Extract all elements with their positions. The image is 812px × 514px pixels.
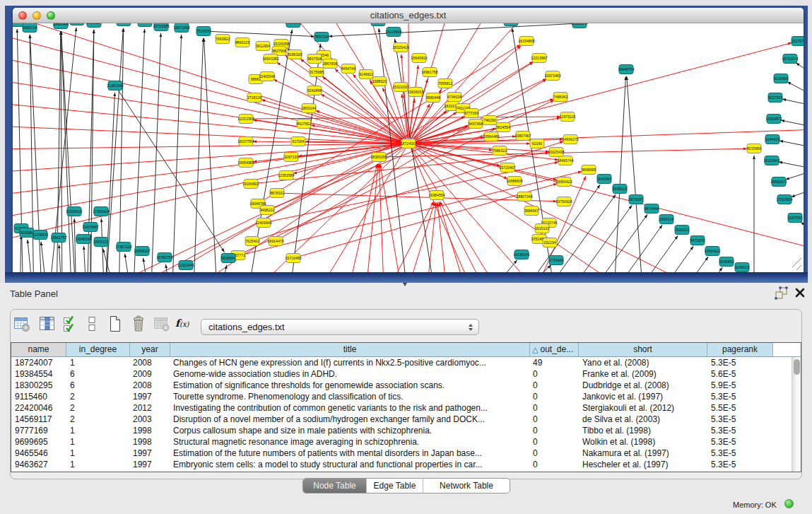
graph-node[interactable]: 9777169 (464, 109, 478, 118)
float-panel-button[interactable] (774, 286, 789, 300)
graph-node[interactable]: 9146821 (359, 70, 373, 79)
graph-node[interactable]: 14636275 (562, 135, 578, 144)
graph-node[interactable]: 917004 (291, 137, 305, 146)
graph-node[interactable]: 10807467 (514, 132, 531, 141)
graph-node[interactable]: 16154808 (518, 37, 534, 46)
graph-node[interactable]: 18807249 (516, 192, 532, 201)
graph-node[interactable]: 2933114 (659, 215, 673, 224)
graph-node[interactable]: 3267130 (284, 153, 298, 162)
table-row[interactable]: 969969511998Structural magnetic resonanc… (11, 436, 801, 448)
column-header-in_degree[interactable]: in_degree (66, 343, 130, 356)
graph-node[interactable]: 7625402 (245, 237, 259, 246)
graph-node[interactable]: 6794028 (447, 93, 461, 102)
graph-node[interactable]: 20691406 (52, 23, 69, 29)
graph-node[interactable]: 7857224 (314, 33, 329, 42)
table-mode-button[interactable] (13, 315, 30, 332)
graph-node[interactable]: 9990448 (426, 93, 440, 103)
table-row[interactable]: 1872400712008Changes of HCN gene express… (11, 357, 801, 368)
graph-node[interactable]: 2803144 (302, 104, 316, 113)
graph-node[interactable]: 3175685 (310, 68, 324, 77)
graph-node[interactable]: 10973483 (544, 71, 560, 81)
graph-node[interactable]: 19166822 (242, 180, 259, 189)
graph-node[interactable]: 1615132 (535, 224, 549, 233)
graph-node[interactable]: 19756928 (555, 197, 572, 206)
zoom-window-button[interactable] (47, 11, 55, 20)
graph-node[interactable]: 15751074 (782, 54, 798, 64)
graph-node[interactable]: 18300295 (370, 153, 387, 162)
graph-node[interactable]: 15322037 (392, 83, 408, 92)
graph-node[interactable]: 9508564 (221, 254, 235, 263)
graph-node[interactable]: 12975115 (560, 112, 576, 122)
graph-node[interactable]: 21953346 (107, 81, 123, 90)
window-titlebar[interactable]: citations_edges.txt (13, 8, 804, 23)
graph-node[interactable]: 6466160 (138, 23, 152, 27)
graph-node[interactable]: 18495744 (557, 156, 573, 165)
graph-node[interactable]: 18325419 (392, 43, 408, 52)
graph-node[interactable]: 10719185 (153, 23, 169, 31)
graph-node[interactable]: 2718126 (247, 93, 261, 103)
graph-node[interactable]: 3912954 (256, 42, 270, 51)
column-header-short[interactable]: short (579, 343, 707, 356)
graph-node[interactable]: 10653287 (86, 23, 102, 28)
table-vertical-scrollbar[interactable] (792, 357, 801, 472)
graph-node[interactable]: 7663822 (216, 35, 230, 44)
graph-node[interactable]: 11156829 (33, 230, 48, 240)
graph-node[interactable]: 1167533 (788, 214, 802, 223)
graph-node[interactable]: 9246013 (735, 263, 749, 272)
delete-column-button[interactable] (130, 315, 147, 332)
close-window-button[interactable] (18, 11, 27, 20)
graph-node[interactable]: 15692971 (770, 177, 787, 187)
graph-node[interactable]: 8215956 (747, 144, 761, 153)
graph-node[interactable]: 1244415 (765, 135, 779, 144)
graph-node[interactable]: 15640910 (411, 54, 427, 63)
row-selection-button[interactable] (83, 315, 100, 332)
graph-node[interactable]: 15720407 (499, 163, 515, 173)
graph-node[interactable]: 16648754 (618, 65, 634, 74)
split-divider-handle[interactable] (403, 283, 407, 286)
delete-table-button-disabled[interactable] (153, 315, 170, 332)
graph-node[interactable]: 8471676 (690, 236, 705, 245)
graph-node[interactable]: 8453123 (70, 23, 84, 25)
graph-node[interactable]: 9498222 (260, 206, 274, 215)
graph-node[interactable]: 16782753 (156, 253, 172, 262)
graph-node[interactable]: 12213363 (237, 115, 254, 124)
close-panel-icon[interactable] (794, 286, 806, 299)
tab-node-table[interactable]: Node Table (303, 479, 366, 493)
graph-node[interactable]: 19384554 (428, 191, 445, 200)
graph-node[interactable]: 1753426 (549, 256, 563, 265)
graph-node[interactable]: 252254 (543, 238, 557, 247)
graph-node[interactable]: 10688609 (506, 177, 522, 186)
graph-node[interactable]: 1117074 (792, 37, 804, 46)
graph-node[interactable]: 9699695 (582, 165, 596, 175)
tab-edge-table[interactable]: Edge Table (366, 479, 423, 493)
graph-node[interactable]: 4055724 (23, 23, 37, 33)
graph-node[interactable]: 1527602 (117, 23, 131, 26)
column-header-out_de[interactable]: △ out_de... (530, 343, 579, 356)
minimize-window-button[interactable] (33, 11, 41, 20)
graph-node[interactable]: 12353584 (278, 171, 294, 180)
graph-node[interactable]: 16210643 (763, 156, 779, 165)
graph-node[interactable]: 11645194 (76, 235, 92, 244)
graph-node[interactable]: 14671938 (173, 23, 189, 33)
graph-node[interactable]: 26876682 (502, 23, 519, 26)
table-row[interactable]: 1830029562008Estimation of significance … (11, 380, 801, 391)
graph-node[interactable]: 3624554 (496, 123, 510, 132)
graph-node[interactable]: 17957223 (115, 243, 131, 252)
graph-node[interactable]: 12213967 (531, 54, 547, 63)
graph-node[interactable]: 22420046 (259, 72, 275, 81)
graph-node[interactable]: 9474444 (645, 204, 659, 214)
table-row[interactable]: 946362711997Embryonic stem cells: a mode… (11, 459, 801, 470)
graph-node[interactable]: 6497568 (469, 119, 483, 129)
graph-node[interactable]: 62160 (530, 139, 544, 148)
graph-node[interactable]: 20564486 (483, 132, 499, 141)
graph-node[interactable]: 2867608 (323, 59, 337, 69)
graph-node[interactable]: 5938923 (613, 185, 627, 194)
graph-node[interactable]: 9242848 (307, 86, 322, 95)
table-row[interactable]: 977716911998Corpus callosum shape and si… (11, 425, 801, 436)
graph-node[interactable]: 13626015 (407, 88, 423, 97)
graph-node[interactable]: 15654923 (555, 177, 572, 187)
graph-node[interactable]: 18724007 (400, 139, 416, 148)
graph-node[interactable]: 1588520 (372, 77, 387, 86)
graph-node[interactable]: 17359924 (93, 207, 109, 216)
table-row[interactable]: 1938455462009Genome-wide association stu… (11, 368, 801, 380)
